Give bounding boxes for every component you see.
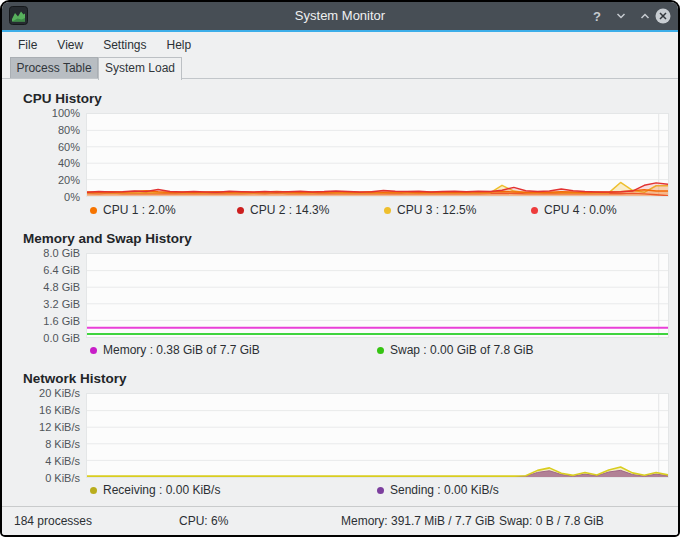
legend-label: Memory : 0.38 GiB of 7.7 GiB <box>103 343 260 357</box>
menu-item-help[interactable]: Help <box>157 33 202 57</box>
legend-item: Memory : 0.38 GiB of 7.7 GiB <box>90 343 260 357</box>
memory-y-axis: 8.0 GiB6.4 GiB4.8 GiB3.2 GiB1.6 GiB0.0 G… <box>2 253 80 338</box>
window-title: System Monitor <box>2 8 678 23</box>
legend-label: Swap : 0.00 GiB of 7.8 GiB <box>390 343 533 357</box>
legend-label: CPU 1 : 2.0% <box>103 203 176 217</box>
y-tick-label: 20% <box>58 174 80 186</box>
y-tick-label: 16 KiB/s <box>39 404 80 416</box>
memory-history-chart <box>86 253 669 338</box>
memory-legend: Memory : 0.38 GiB of 7.7 GiBSwap : 0.00 … <box>90 343 670 358</box>
y-tick-label: 6.4 GiB <box>43 264 80 276</box>
y-tick-label: 3.2 GiB <box>43 298 80 310</box>
legend-item: Receiving : 0.00 KiB/s <box>90 483 220 497</box>
tab-process-table[interactable]: Process Table <box>10 57 98 78</box>
chevron-up-icon <box>638 9 652 23</box>
cpu-y-axis: 100%80%60%40%20%0% <box>2 113 80 197</box>
legend-dot-icon <box>377 347 384 354</box>
legend-item: CPU 4 : 0.0% <box>531 203 617 217</box>
help-button[interactable]: ? <box>588 7 606 25</box>
chevron-down-icon <box>614 9 628 23</box>
y-tick-label: 20 KiB/s <box>39 387 80 399</box>
question-mark-icon: ? <box>593 9 601 24</box>
legend-item: CPU 1 : 2.0% <box>90 203 176 217</box>
title-bar[interactable]: System Monitor ? <box>2 2 678 30</box>
legend-label: CPU 3 : 12.5% <box>397 203 476 217</box>
legend-label: Sending : 0.00 KiB/s <box>390 483 499 497</box>
menu-item-file[interactable]: File <box>8 33 47 57</box>
network-history-chart <box>86 393 669 478</box>
legend-dot-icon <box>377 487 384 494</box>
cpu-history-chart <box>86 113 669 197</box>
menu-bar: FileViewSettingsHelp <box>2 32 678 57</box>
window-body: System Monitor ? <box>2 2 678 535</box>
legend-dot-icon <box>90 347 97 354</box>
y-tick-label: 4.8 GiB <box>43 281 80 293</box>
tab-bar: Process Table System Load <box>2 57 678 80</box>
system-monitor-window: System Monitor ? <box>0 0 680 537</box>
menu-item-settings[interactable]: Settings <box>93 33 156 57</box>
y-tick-label: 0 KiB/s <box>45 472 80 484</box>
y-tick-label: 100% <box>52 107 80 119</box>
y-tick-label: 60% <box>58 141 80 153</box>
status-cpu: CPU: 6% <box>179 514 228 528</box>
legend-item: CPU 2 : 14.3% <box>237 203 329 217</box>
cpu-history-title: CPU History <box>23 91 102 106</box>
legend-label: Receiving : 0.00 KiB/s <box>103 483 220 497</box>
legend-item: Sending : 0.00 KiB/s <box>377 483 499 497</box>
y-tick-label: 0% <box>64 191 80 203</box>
legend-dot-icon <box>384 207 391 214</box>
legend-label: CPU 4 : 0.0% <box>544 203 617 217</box>
network-history-title: Network History <box>23 371 127 386</box>
status-processes: 184 processes <box>14 514 92 528</box>
menu-item-view[interactable]: View <box>47 33 93 57</box>
network-legend: Receiving : 0.00 KiB/sSending : 0.00 KiB… <box>90 483 670 498</box>
close-icon <box>655 8 671 24</box>
y-tick-label: 40% <box>58 157 80 169</box>
status-bar: 184 processes CPU: 6% Memory: 391.7 MiB … <box>2 507 678 535</box>
y-tick-label: 4 KiB/s <box>45 455 80 467</box>
y-tick-label: 80% <box>58 124 80 136</box>
legend-label: CPU 2 : 14.3% <box>250 203 329 217</box>
memory-history-title: Memory and Swap History <box>23 231 192 246</box>
maximize-button[interactable] <box>636 7 654 25</box>
legend-dot-icon <box>90 207 97 214</box>
minimize-button[interactable] <box>612 7 630 25</box>
y-tick-label: 0.0 GiB <box>43 332 80 344</box>
y-tick-label: 12 KiB/s <box>39 421 80 433</box>
y-tick-label: 1.6 GiB <box>43 315 80 327</box>
y-tick-label: 8.0 GiB <box>43 247 80 259</box>
legend-dot-icon <box>90 487 97 494</box>
legend-item: CPU 3 : 12.5% <box>384 203 476 217</box>
legend-dot-icon <box>237 207 244 214</box>
y-tick-label: 8 KiB/s <box>45 438 80 450</box>
status-memory: Memory: 391.7 MiB / 7.7 GiB <box>341 514 495 528</box>
legend-dot-icon <box>531 207 538 214</box>
status-swap: Swap: 0 B / 7.8 GiB <box>499 514 604 528</box>
network-y-axis: 20 KiB/s16 KiB/s12 KiB/s8 KiB/s4 KiB/s0 … <box>2 393 80 478</box>
legend-item: Swap : 0.00 GiB of 7.8 GiB <box>377 343 533 357</box>
close-button[interactable] <box>654 7 672 25</box>
cpu-legend: CPU 1 : 2.0%CPU 2 : 14.3%CPU 3 : 12.5%CP… <box>90 203 670 218</box>
tab-system-load[interactable]: System Load <box>98 57 182 80</box>
